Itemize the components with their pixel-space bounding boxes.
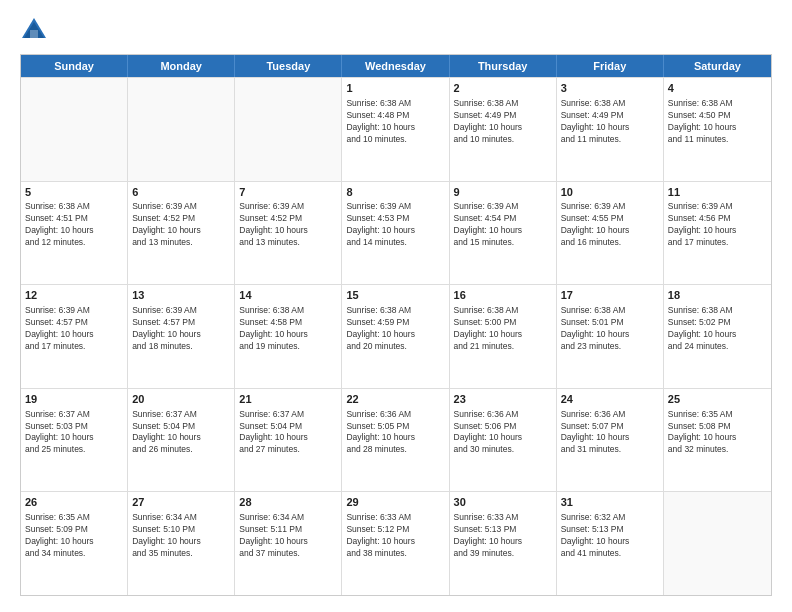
empty-cell [664,492,771,595]
day-info: Sunrise: 6:38 AM Sunset: 5:00 PM Dayligh… [454,305,552,353]
day-number: 30 [454,495,552,510]
day-info: Sunrise: 6:36 AM Sunset: 5:06 PM Dayligh… [454,409,552,457]
day-info: Sunrise: 6:33 AM Sunset: 5:12 PM Dayligh… [346,512,444,560]
calendar-header: SundayMondayTuesdayWednesdayThursdayFrid… [21,55,771,77]
day-number: 27 [132,495,230,510]
day-info: Sunrise: 6:38 AM Sunset: 4:58 PM Dayligh… [239,305,337,353]
day-info: Sunrise: 6:39 AM Sunset: 4:57 PM Dayligh… [132,305,230,353]
day-header-saturday: Saturday [664,55,771,77]
day-number: 31 [561,495,659,510]
day-header-monday: Monday [128,55,235,77]
day-info: Sunrise: 6:37 AM Sunset: 5:04 PM Dayligh… [132,409,230,457]
empty-cell [21,78,128,181]
day-number: 26 [25,495,123,510]
calendar-week-3: 12Sunrise: 6:39 AM Sunset: 4:57 PM Dayli… [21,284,771,388]
logo-icon [20,16,48,44]
calendar-week-2: 5Sunrise: 6:38 AM Sunset: 4:51 PM Daylig… [21,181,771,285]
day-number: 23 [454,392,552,407]
day-number: 20 [132,392,230,407]
day-info: Sunrise: 6:36 AM Sunset: 5:05 PM Dayligh… [346,409,444,457]
day-cell-31: 31Sunrise: 6:32 AM Sunset: 5:13 PM Dayli… [557,492,664,595]
day-info: Sunrise: 6:39 AM Sunset: 4:56 PM Dayligh… [668,201,767,249]
day-cell-7: 7Sunrise: 6:39 AM Sunset: 4:52 PM Daylig… [235,182,342,285]
day-number: 14 [239,288,337,303]
day-cell-1: 1Sunrise: 6:38 AM Sunset: 4:48 PM Daylig… [342,78,449,181]
day-info: Sunrise: 6:34 AM Sunset: 5:10 PM Dayligh… [132,512,230,560]
day-cell-13: 13Sunrise: 6:39 AM Sunset: 4:57 PM Dayli… [128,285,235,388]
day-header-sunday: Sunday [21,55,128,77]
logo [20,16,52,44]
day-cell-10: 10Sunrise: 6:39 AM Sunset: 4:55 PM Dayli… [557,182,664,285]
day-info: Sunrise: 6:39 AM Sunset: 4:52 PM Dayligh… [239,201,337,249]
day-cell-29: 29Sunrise: 6:33 AM Sunset: 5:12 PM Dayli… [342,492,449,595]
day-info: Sunrise: 6:38 AM Sunset: 4:50 PM Dayligh… [668,98,767,146]
day-cell-22: 22Sunrise: 6:36 AM Sunset: 5:05 PM Dayli… [342,389,449,492]
day-number: 25 [668,392,767,407]
day-cell-3: 3Sunrise: 6:38 AM Sunset: 4:49 PM Daylig… [557,78,664,181]
day-number: 9 [454,185,552,200]
day-cell-12: 12Sunrise: 6:39 AM Sunset: 4:57 PM Dayli… [21,285,128,388]
day-number: 6 [132,185,230,200]
day-number: 17 [561,288,659,303]
day-number: 21 [239,392,337,407]
day-number: 8 [346,185,444,200]
empty-cell [128,78,235,181]
day-number: 5 [25,185,123,200]
day-number: 10 [561,185,659,200]
day-info: Sunrise: 6:32 AM Sunset: 5:13 PM Dayligh… [561,512,659,560]
empty-cell [235,78,342,181]
day-number: 7 [239,185,337,200]
calendar-body: 1Sunrise: 6:38 AM Sunset: 4:48 PM Daylig… [21,77,771,595]
day-info: Sunrise: 6:39 AM Sunset: 4:54 PM Dayligh… [454,201,552,249]
day-info: Sunrise: 6:39 AM Sunset: 4:53 PM Dayligh… [346,201,444,249]
day-number: 2 [454,81,552,96]
day-number: 16 [454,288,552,303]
calendar-week-5: 26Sunrise: 6:35 AM Sunset: 5:09 PM Dayli… [21,491,771,595]
day-header-tuesday: Tuesday [235,55,342,77]
day-info: Sunrise: 6:38 AM Sunset: 4:49 PM Dayligh… [561,98,659,146]
day-info: Sunrise: 6:38 AM Sunset: 5:01 PM Dayligh… [561,305,659,353]
day-info: Sunrise: 6:39 AM Sunset: 4:57 PM Dayligh… [25,305,123,353]
day-cell-2: 2Sunrise: 6:38 AM Sunset: 4:49 PM Daylig… [450,78,557,181]
day-cell-15: 15Sunrise: 6:38 AM Sunset: 4:59 PM Dayli… [342,285,449,388]
day-cell-5: 5Sunrise: 6:38 AM Sunset: 4:51 PM Daylig… [21,182,128,285]
day-cell-8: 8Sunrise: 6:39 AM Sunset: 4:53 PM Daylig… [342,182,449,285]
day-info: Sunrise: 6:38 AM Sunset: 4:51 PM Dayligh… [25,201,123,249]
day-header-wednesday: Wednesday [342,55,449,77]
day-info: Sunrise: 6:38 AM Sunset: 4:59 PM Dayligh… [346,305,444,353]
day-number: 18 [668,288,767,303]
day-cell-11: 11Sunrise: 6:39 AM Sunset: 4:56 PM Dayli… [664,182,771,285]
day-info: Sunrise: 6:36 AM Sunset: 5:07 PM Dayligh… [561,409,659,457]
day-cell-24: 24Sunrise: 6:36 AM Sunset: 5:07 PM Dayli… [557,389,664,492]
day-cell-26: 26Sunrise: 6:35 AM Sunset: 5:09 PM Dayli… [21,492,128,595]
calendar: SundayMondayTuesdayWednesdayThursdayFrid… [20,54,772,596]
day-cell-9: 9Sunrise: 6:39 AM Sunset: 4:54 PM Daylig… [450,182,557,285]
day-info: Sunrise: 6:37 AM Sunset: 5:03 PM Dayligh… [25,409,123,457]
day-info: Sunrise: 6:39 AM Sunset: 4:52 PM Dayligh… [132,201,230,249]
day-number: 22 [346,392,444,407]
header [20,16,772,44]
day-info: Sunrise: 6:38 AM Sunset: 4:48 PM Dayligh… [346,98,444,146]
day-header-thursday: Thursday [450,55,557,77]
day-cell-30: 30Sunrise: 6:33 AM Sunset: 5:13 PM Dayli… [450,492,557,595]
day-header-friday: Friday [557,55,664,77]
svg-rect-2 [30,30,38,38]
day-number: 12 [25,288,123,303]
day-info: Sunrise: 6:38 AM Sunset: 4:49 PM Dayligh… [454,98,552,146]
day-cell-17: 17Sunrise: 6:38 AM Sunset: 5:01 PM Dayli… [557,285,664,388]
day-number: 11 [668,185,767,200]
day-info: Sunrise: 6:38 AM Sunset: 5:02 PM Dayligh… [668,305,767,353]
day-info: Sunrise: 6:37 AM Sunset: 5:04 PM Dayligh… [239,409,337,457]
day-cell-20: 20Sunrise: 6:37 AM Sunset: 5:04 PM Dayli… [128,389,235,492]
day-cell-6: 6Sunrise: 6:39 AM Sunset: 4:52 PM Daylig… [128,182,235,285]
day-cell-4: 4Sunrise: 6:38 AM Sunset: 4:50 PM Daylig… [664,78,771,181]
day-number: 15 [346,288,444,303]
day-cell-18: 18Sunrise: 6:38 AM Sunset: 5:02 PM Dayli… [664,285,771,388]
calendar-week-4: 19Sunrise: 6:37 AM Sunset: 5:03 PM Dayli… [21,388,771,492]
day-number: 4 [668,81,767,96]
page: SundayMondayTuesdayWednesdayThursdayFrid… [0,0,792,612]
day-number: 13 [132,288,230,303]
day-cell-19: 19Sunrise: 6:37 AM Sunset: 5:03 PM Dayli… [21,389,128,492]
day-info: Sunrise: 6:34 AM Sunset: 5:11 PM Dayligh… [239,512,337,560]
day-number: 1 [346,81,444,96]
